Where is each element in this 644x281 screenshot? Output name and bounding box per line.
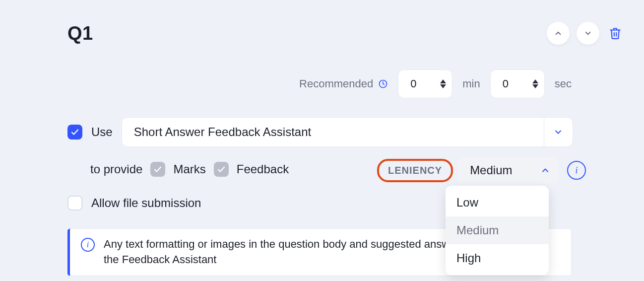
clock-icon [378,79,388,89]
assistant-select[interactable]: Short Answer Feedback Assistant [122,117,573,147]
info-icon: i [81,238,95,252]
marks-label: Marks [173,162,205,176]
assistant-value: Short Answer Feedback Assistant [122,125,312,139]
marks-checkbox[interactable] [150,162,165,177]
leniency-option-medium[interactable]: Medium [446,216,549,244]
caret-down-icon [532,84,538,88]
recommended-label: Recommended [299,77,388,90]
recommended-row: Recommended 0 min 0 sec [67,70,572,98]
caret-down-icon [440,84,446,88]
minutes-stepper[interactable] [440,79,446,88]
assistant-caret [544,117,573,147]
chevron-down-icon [583,29,592,38]
provide-row: to provide Marks Feedback [90,162,289,177]
chevron-up-icon [554,29,563,38]
question-title: Q1 [67,23,93,44]
svg-marker-1 [440,79,446,83]
leniency-option-high[interactable]: High [446,244,549,272]
move-up-button[interactable] [547,22,570,45]
caret-up-icon [440,79,446,83]
provide-label: to provide [90,162,142,176]
move-down-button[interactable] [577,22,599,45]
leniency-value: Medium [458,163,532,177]
chevron-up-icon [540,165,550,175]
use-checkbox[interactable] [67,125,82,140]
caret-up-icon [532,79,538,83]
minutes-value: 0 [410,77,416,90]
use-row: Use Short Answer Feedback Assistant [67,117,573,147]
delete-button[interactable] [606,24,624,42]
svg-marker-3 [532,79,538,83]
seconds-input[interactable]: 0 [490,70,545,98]
leniency-group: LENIENCY Medium i [377,157,586,184]
check-icon [70,128,79,137]
svg-marker-4 [532,84,538,88]
check-icon [217,165,226,174]
seconds-unit: sec [555,77,572,90]
svg-marker-2 [440,84,446,88]
seconds-value: 0 [503,77,509,90]
use-label: Use [91,125,113,139]
check-icon [153,165,162,174]
trash-icon [609,27,622,40]
leniency-select[interactable]: Medium [458,157,558,184]
leniency-option-low[interactable]: Low [446,189,549,216]
file-submission-checkbox[interactable] [67,196,82,211]
minutes-input[interactable]: 0 [398,70,452,98]
recommended-text: Recommended [299,77,373,90]
header-actions [547,22,624,45]
feedback-checkbox[interactable] [214,162,229,177]
leniency-dropdown: Low Medium High [446,186,549,275]
minutes-unit: min [462,77,480,90]
file-submission-label: Allow file submission [91,196,201,210]
leniency-info-button[interactable]: i [567,161,586,180]
file-submission-row: Allow file submission [67,196,201,211]
leniency-caret [532,157,558,184]
feedback-label: Feedback [237,162,289,176]
chevron-down-icon [553,127,563,137]
seconds-stepper[interactable] [532,79,538,88]
info-icon: i [576,165,578,176]
leniency-badge: LENIENCY [377,159,453,182]
